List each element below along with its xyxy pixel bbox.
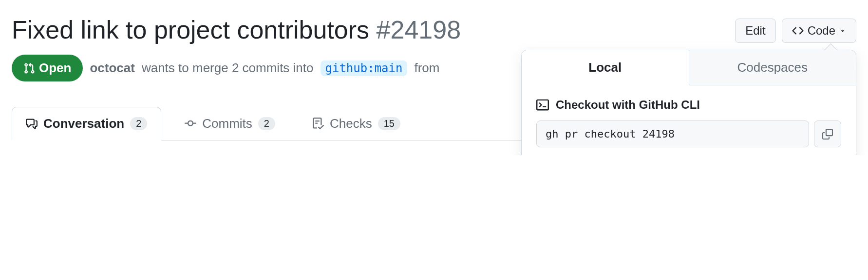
panel-tab-local-label: Local [588, 60, 622, 75]
header-actions: Edit Code [735, 15, 856, 43]
git-commit-icon [185, 118, 196, 129]
panel-tab-codespaces-label: Codespaces [737, 60, 808, 75]
tab-commits-count: 2 [258, 117, 275, 130]
cli-command-row: gh pr checkout 24198 [536, 120, 841, 147]
panel-tab-local[interactable]: Local [522, 50, 689, 85]
copy-icon [822, 129, 833, 140]
edit-button-label: Edit [745, 24, 765, 38]
cli-section: Checkout with GitHub CLI gh pr checkout … [522, 85, 856, 155]
from-text: from [414, 60, 439, 76]
checklist-icon [312, 118, 324, 129]
code-button[interactable]: Code [782, 19, 856, 43]
cli-command[interactable]: gh pr checkout 24198 [536, 120, 809, 147]
comment-discussion-icon [26, 118, 38, 130]
tab-conversation[interactable]: Conversation 2 [12, 107, 161, 140]
merge-text: wants to merge 2 commits into [142, 60, 314, 76]
tab-checks[interactable]: Checks 15 [299, 107, 414, 140]
tab-commits-label: Commits [202, 116, 252, 131]
panel-tab-codespaces[interactable]: Codespaces [689, 50, 856, 85]
edit-button[interactable]: Edit [735, 19, 775, 43]
cli-title: Checkout with GitHub CLI [556, 98, 700, 112]
terminal-icon [536, 99, 549, 111]
code-icon [792, 25, 804, 37]
tab-conversation-label: Conversation [43, 116, 124, 131]
base-branch[interactable]: github:main [321, 60, 408, 76]
pr-author[interactable]: octocat [90, 60, 134, 76]
tab-commits[interactable]: Commits 2 [171, 107, 289, 140]
caret-down-icon [839, 27, 846, 34]
tab-checks-count: 15 [378, 117, 400, 130]
git-pull-request-icon [23, 62, 35, 74]
cli-helper-text: Work fast with our official CLI. [536, 154, 678, 155]
cli-header: Checkout with GitHub CLI [536, 98, 841, 112]
state-label: Open [39, 60, 71, 76]
tab-checks-label: Checks [330, 116, 372, 131]
pr-number: #24198 [377, 16, 461, 44]
code-button-label: Code [808, 24, 835, 38]
panel-tabs: Local Codespaces [522, 50, 856, 85]
code-dropdown-panel: Local Codespaces Checkout with GitHub CL… [521, 50, 856, 155]
cli-helper: Work fast with our official CLI. Learn m… [536, 154, 841, 155]
pr-title-text: Fixed link to project contributors [12, 16, 369, 44]
pr-title: Fixed link to project contributors #2419… [12, 15, 461, 45]
tab-conversation-count: 2 [130, 117, 147, 130]
copy-button[interactable] [814, 120, 841, 147]
state-badge: Open [12, 55, 83, 81]
cli-learn-more-link[interactable]: Learn more [680, 154, 736, 155]
